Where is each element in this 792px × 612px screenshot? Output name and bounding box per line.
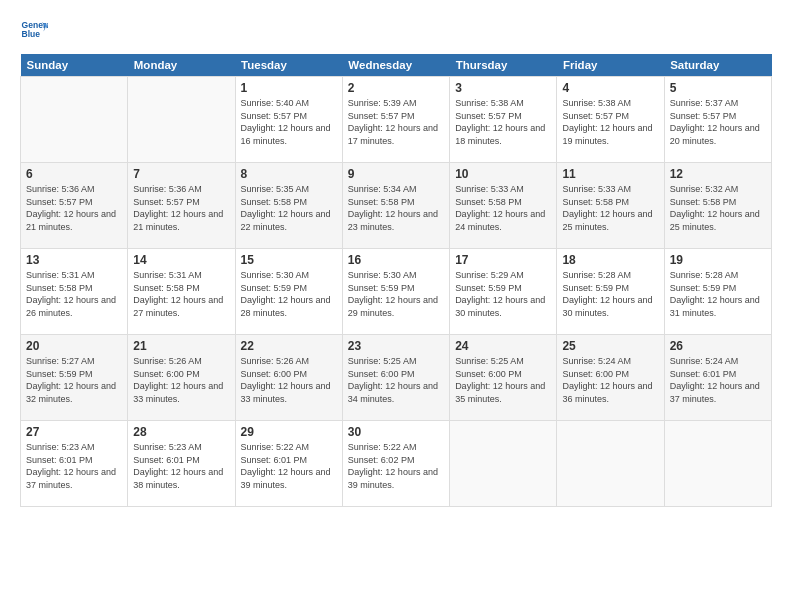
- day-cell: 7Sunrise: 5:36 AMSunset: 5:57 PMDaylight…: [128, 163, 235, 249]
- day-number: 29: [241, 425, 337, 439]
- day-number: 21: [133, 339, 229, 353]
- cell-info: Sunrise: 5:33 AMSunset: 5:58 PMDaylight:…: [455, 183, 551, 233]
- day-cell: [557, 421, 664, 507]
- day-number: 22: [241, 339, 337, 353]
- day-number: 16: [348, 253, 444, 267]
- week-row-3: 13Sunrise: 5:31 AMSunset: 5:58 PMDayligh…: [21, 249, 772, 335]
- day-cell: 1Sunrise: 5:40 AMSunset: 5:57 PMDaylight…: [235, 77, 342, 163]
- day-number: 18: [562, 253, 658, 267]
- day-cell: 5Sunrise: 5:37 AMSunset: 5:57 PMDaylight…: [664, 77, 771, 163]
- cell-info: Sunrise: 5:40 AMSunset: 5:57 PMDaylight:…: [241, 97, 337, 147]
- cell-info: Sunrise: 5:36 AMSunset: 5:57 PMDaylight:…: [133, 183, 229, 233]
- day-number: 6: [26, 167, 122, 181]
- day-number: 3: [455, 81, 551, 95]
- day-cell: 21Sunrise: 5:26 AMSunset: 6:00 PMDayligh…: [128, 335, 235, 421]
- day-cell: 20Sunrise: 5:27 AMSunset: 5:59 PMDayligh…: [21, 335, 128, 421]
- cell-info: Sunrise: 5:36 AMSunset: 5:57 PMDaylight:…: [26, 183, 122, 233]
- cell-info: Sunrise: 5:39 AMSunset: 5:57 PMDaylight:…: [348, 97, 444, 147]
- cell-info: Sunrise: 5:27 AMSunset: 5:59 PMDaylight:…: [26, 355, 122, 405]
- cell-info: Sunrise: 5:37 AMSunset: 5:57 PMDaylight:…: [670, 97, 766, 147]
- day-number: 7: [133, 167, 229, 181]
- day-number: 10: [455, 167, 551, 181]
- day-number: 20: [26, 339, 122, 353]
- day-cell: 24Sunrise: 5:25 AMSunset: 6:00 PMDayligh…: [450, 335, 557, 421]
- day-cell: 2Sunrise: 5:39 AMSunset: 5:57 PMDaylight…: [342, 77, 449, 163]
- cell-info: Sunrise: 5:31 AMSunset: 5:58 PMDaylight:…: [133, 269, 229, 319]
- header-cell-monday: Monday: [128, 54, 235, 77]
- cell-info: Sunrise: 5:25 AMSunset: 6:00 PMDaylight:…: [455, 355, 551, 405]
- cell-info: Sunrise: 5:28 AMSunset: 5:59 PMDaylight:…: [670, 269, 766, 319]
- page-header: General Blue: [20, 16, 772, 44]
- cell-info: Sunrise: 5:26 AMSunset: 6:00 PMDaylight:…: [241, 355, 337, 405]
- day-cell: 23Sunrise: 5:25 AMSunset: 6:00 PMDayligh…: [342, 335, 449, 421]
- day-cell: 6Sunrise: 5:36 AMSunset: 5:57 PMDaylight…: [21, 163, 128, 249]
- day-cell: 9Sunrise: 5:34 AMSunset: 5:58 PMDaylight…: [342, 163, 449, 249]
- day-number: 4: [562, 81, 658, 95]
- cell-info: Sunrise: 5:32 AMSunset: 5:58 PMDaylight:…: [670, 183, 766, 233]
- day-cell: [21, 77, 128, 163]
- day-number: 19: [670, 253, 766, 267]
- day-cell: 28Sunrise: 5:23 AMSunset: 6:01 PMDayligh…: [128, 421, 235, 507]
- logo: General Blue: [20, 16, 48, 44]
- day-number: 14: [133, 253, 229, 267]
- day-cell: 19Sunrise: 5:28 AMSunset: 5:59 PMDayligh…: [664, 249, 771, 335]
- calendar-table: SundayMondayTuesdayWednesdayThursdayFrid…: [20, 54, 772, 507]
- cell-info: Sunrise: 5:23 AMSunset: 6:01 PMDaylight:…: [26, 441, 122, 491]
- header-cell-tuesday: Tuesday: [235, 54, 342, 77]
- cell-info: Sunrise: 5:24 AMSunset: 6:01 PMDaylight:…: [670, 355, 766, 405]
- header-cell-wednesday: Wednesday: [342, 54, 449, 77]
- header-cell-friday: Friday: [557, 54, 664, 77]
- day-cell: 26Sunrise: 5:24 AMSunset: 6:01 PMDayligh…: [664, 335, 771, 421]
- cell-info: Sunrise: 5:34 AMSunset: 5:58 PMDaylight:…: [348, 183, 444, 233]
- day-number: 9: [348, 167, 444, 181]
- day-number: 15: [241, 253, 337, 267]
- header-cell-thursday: Thursday: [450, 54, 557, 77]
- day-cell: 27Sunrise: 5:23 AMSunset: 6:01 PMDayligh…: [21, 421, 128, 507]
- day-cell: 13Sunrise: 5:31 AMSunset: 5:58 PMDayligh…: [21, 249, 128, 335]
- day-number: 2: [348, 81, 444, 95]
- day-cell: 17Sunrise: 5:29 AMSunset: 5:59 PMDayligh…: [450, 249, 557, 335]
- header-row: SundayMondayTuesdayWednesdayThursdayFrid…: [21, 54, 772, 77]
- header-cell-saturday: Saturday: [664, 54, 771, 77]
- day-number: 26: [670, 339, 766, 353]
- header-cell-sunday: Sunday: [21, 54, 128, 77]
- cell-info: Sunrise: 5:29 AMSunset: 5:59 PMDaylight:…: [455, 269, 551, 319]
- week-row-5: 27Sunrise: 5:23 AMSunset: 6:01 PMDayligh…: [21, 421, 772, 507]
- cell-info: Sunrise: 5:28 AMSunset: 5:59 PMDaylight:…: [562, 269, 658, 319]
- day-number: 28: [133, 425, 229, 439]
- cell-info: Sunrise: 5:33 AMSunset: 5:58 PMDaylight:…: [562, 183, 658, 233]
- day-cell: [128, 77, 235, 163]
- cell-info: Sunrise: 5:26 AMSunset: 6:00 PMDaylight:…: [133, 355, 229, 405]
- day-cell: 12Sunrise: 5:32 AMSunset: 5:58 PMDayligh…: [664, 163, 771, 249]
- week-row-1: 1Sunrise: 5:40 AMSunset: 5:57 PMDaylight…: [21, 77, 772, 163]
- day-cell: [450, 421, 557, 507]
- day-number: 11: [562, 167, 658, 181]
- day-cell: 30Sunrise: 5:22 AMSunset: 6:02 PMDayligh…: [342, 421, 449, 507]
- day-cell: 10Sunrise: 5:33 AMSunset: 5:58 PMDayligh…: [450, 163, 557, 249]
- day-cell: 4Sunrise: 5:38 AMSunset: 5:57 PMDaylight…: [557, 77, 664, 163]
- day-number: 17: [455, 253, 551, 267]
- day-cell: 15Sunrise: 5:30 AMSunset: 5:59 PMDayligh…: [235, 249, 342, 335]
- week-row-4: 20Sunrise: 5:27 AMSunset: 5:59 PMDayligh…: [21, 335, 772, 421]
- day-cell: 3Sunrise: 5:38 AMSunset: 5:57 PMDaylight…: [450, 77, 557, 163]
- cell-info: Sunrise: 5:30 AMSunset: 5:59 PMDaylight:…: [348, 269, 444, 319]
- cell-info: Sunrise: 5:30 AMSunset: 5:59 PMDaylight:…: [241, 269, 337, 319]
- day-number: 30: [348, 425, 444, 439]
- day-number: 1: [241, 81, 337, 95]
- logo-icon: General Blue: [20, 16, 48, 44]
- cell-info: Sunrise: 5:22 AMSunset: 6:02 PMDaylight:…: [348, 441, 444, 491]
- cell-info: Sunrise: 5:35 AMSunset: 5:58 PMDaylight:…: [241, 183, 337, 233]
- day-cell: 16Sunrise: 5:30 AMSunset: 5:59 PMDayligh…: [342, 249, 449, 335]
- cell-info: Sunrise: 5:24 AMSunset: 6:00 PMDaylight:…: [562, 355, 658, 405]
- cell-info: Sunrise: 5:23 AMSunset: 6:01 PMDaylight:…: [133, 441, 229, 491]
- day-number: 23: [348, 339, 444, 353]
- day-cell: 11Sunrise: 5:33 AMSunset: 5:58 PMDayligh…: [557, 163, 664, 249]
- cell-info: Sunrise: 5:38 AMSunset: 5:57 PMDaylight:…: [455, 97, 551, 147]
- day-number: 5: [670, 81, 766, 95]
- cell-info: Sunrise: 5:22 AMSunset: 6:01 PMDaylight:…: [241, 441, 337, 491]
- day-cell: 29Sunrise: 5:22 AMSunset: 6:01 PMDayligh…: [235, 421, 342, 507]
- day-cell: [664, 421, 771, 507]
- day-cell: 22Sunrise: 5:26 AMSunset: 6:00 PMDayligh…: [235, 335, 342, 421]
- week-row-2: 6Sunrise: 5:36 AMSunset: 5:57 PMDaylight…: [21, 163, 772, 249]
- day-number: 13: [26, 253, 122, 267]
